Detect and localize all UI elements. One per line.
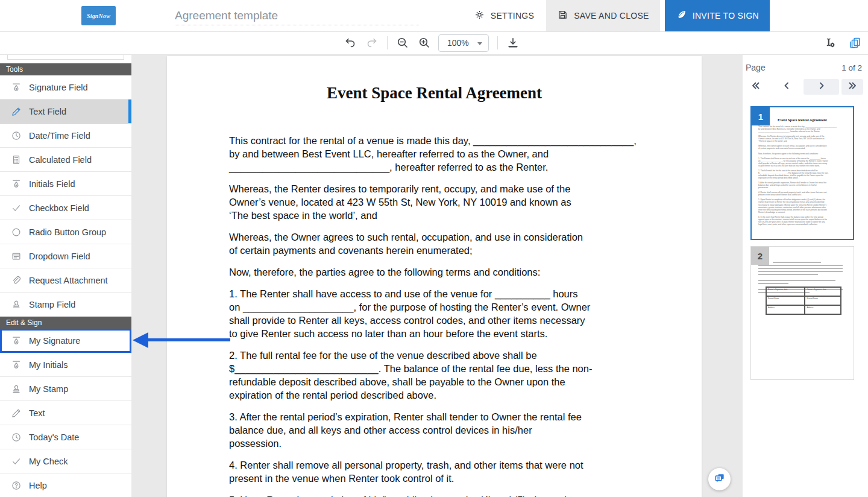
redo-button[interactable]: [364, 35, 380, 51]
sidebar-item-signature-field[interactable]: Signature Field: [0, 75, 131, 100]
thumbnail-1-text: This contract for the rental of a venue …: [758, 125, 846, 226]
sidebar-item-label: Initials Field: [29, 179, 75, 189]
duplicate-pages-button[interactable]: [848, 35, 863, 51]
sidebar-item-today-s-date[interactable]: Today's Date: [0, 425, 131, 449]
page-thumbnail-2[interactable]: 2 Renter’s Signature, dateOwner’s Signat…: [750, 246, 854, 380]
sidebar-item-date-time-field[interactable]: Date/Time Field: [0, 124, 131, 148]
signature-table-cell: Address: [766, 305, 805, 314]
sidebar-item-initials-field[interactable]: Initials Field: [0, 172, 131, 196]
page-label: Page: [746, 63, 766, 72]
sidebar-item-request-attachment[interactable]: Request Attachment: [0, 268, 131, 293]
save-and-close-button[interactable]: SAVE AND CLOSE: [546, 0, 660, 31]
last-page-button[interactable]: [841, 79, 863, 95]
chevron-left-icon: [782, 81, 791, 93]
template-title-input[interactable]: [175, 7, 419, 25]
edit-sign-section-label: Edit & Sign: [6, 318, 42, 327]
thumbnail-text-line: [758, 280, 835, 281]
save-and-close-label: SAVE AND CLOSE: [574, 11, 649, 21]
previous-page-button[interactable]: [779, 79, 794, 95]
document-paragraph: Now, therefore, the parties agree to the…: [229, 265, 651, 279]
page-navigation: [743, 79, 868, 95]
radio-icon: [11, 227, 22, 238]
thumbnail-2-signature-table: Renter’s Signature, dateOwner’s Signatur…: [766, 286, 841, 315]
sidebar-item-dropdown-field[interactable]: Dropdown Field: [0, 244, 131, 268]
thumbnail-text-line: [773, 262, 821, 263]
sidebar-item-calculated-field[interactable]: Calculated Field: [0, 148, 131, 172]
document-paragraph: 5. Upon Renter’s completion of his/her o…: [229, 493, 651, 497]
pencil-icon: [11, 106, 22, 117]
document-paragraph: 1. The Renter shall have access to and u…: [229, 287, 651, 340]
document-paragraph: 4. Renter shall remove all personal prop…: [229, 458, 651, 485]
help-icon: [11, 480, 22, 491]
sidebar-item-label: Signature Field: [29, 83, 88, 92]
sidebar-item-label: Today's Date: [29, 432, 79, 442]
zoom-out-button[interactable]: [395, 35, 410, 51]
logo-text: SignNow: [87, 13, 110, 19]
sidebar-item-label: My Initials: [29, 360, 68, 370]
check-icon: [11, 203, 22, 214]
thumbnail-text-line: [758, 271, 843, 272]
document-paragraph: 2. The full rental fee for the use of th…: [229, 349, 651, 402]
chevron-down-icon: [477, 42, 482, 45]
sidebar-item-label: Dropdown Field: [29, 252, 90, 261]
signature-table-cell: Address: [805, 305, 841, 314]
chevron-right-icon: [817, 81, 826, 93]
document-paragraph: Whereas, the Renter desires to temporari…: [229, 182, 651, 222]
double-chevron-right-icon: [848, 81, 857, 93]
zoom-level-value: 100%: [439, 38, 469, 48]
paperclip-icon: [11, 275, 22, 286]
sidebar-item-my-stamp[interactable]: My Stamp: [0, 377, 131, 401]
pen-nib-icon: [11, 335, 22, 346]
thumbnail-text-line: [758, 265, 843, 266]
clock-icon: [11, 130, 22, 141]
sidebar-item-label: Text Field: [29, 107, 66, 116]
sidebar-item-my-signature[interactable]: My Signature: [0, 329, 131, 353]
pen-nib-icon: [11, 359, 22, 370]
edit-sign-list: My SignatureMy InitialsMy StampTextToday…: [0, 329, 131, 497]
document-page-1[interactable]: Event Space Rental Agreement This contra…: [167, 56, 702, 497]
top-bar: SignNow SETTINGS SAVE AND CLOSE INVITE T…: [0, 0, 868, 32]
document-paragraph: 3. After the rental period’s expiration,…: [229, 410, 651, 450]
thumbnail-text-line: [758, 277, 846, 278]
tools-list: Signature FieldText FieldDate/Time Field…: [0, 75, 131, 317]
zoom-in-button[interactable]: [417, 35, 432, 51]
sidebar-item-stamp-field[interactable]: Stamp Field: [0, 293, 131, 317]
pencil-icon: [11, 408, 22, 419]
arrow-shaft: [147, 338, 230, 341]
pen-nib-icon: [11, 179, 22, 189]
undo-button[interactable]: [342, 35, 358, 51]
download-button[interactable]: [505, 35, 521, 51]
invite-to-sign-button[interactable]: INVITE TO SIGN: [665, 0, 770, 31]
edit-sign-section-header: Edit & Sign: [0, 317, 131, 329]
stamp-icon: [11, 299, 22, 310]
sidebar-item-help[interactable]: Help: [0, 473, 131, 497]
sidebar-item-my-initials[interactable]: My Initials: [0, 353, 131, 377]
page-1-badge: 1: [752, 107, 770, 125]
sidebar-item-label: Stamp Field: [29, 300, 75, 309]
page-thumbnail-1[interactable]: 1 Event Space Rental Agreement This cont…: [750, 106, 854, 240]
zoom-level-dropdown[interactable]: 100%: [438, 34, 489, 52]
sidebar-item-label: Date/Time Field: [29, 131, 90, 141]
settings-button[interactable]: SETTINGS: [463, 0, 545, 31]
sidebar-item-checkbox-field[interactable]: Checkbox Field: [0, 196, 131, 220]
signature-table-cell: Renter’s Signature, date: [766, 287, 805, 296]
help-chat-button[interactable]: [708, 468, 731, 490]
first-page-button[interactable]: [748, 79, 764, 95]
gear-icon: [474, 9, 485, 22]
sidebar-item-label: Text: [29, 408, 45, 418]
sidebar-item-my-check[interactable]: My Check: [0, 449, 131, 473]
signature-table-cell: Owner’s Signature, date: [805, 287, 841, 296]
sidebar-item-text-field[interactable]: Text Field: [0, 100, 131, 124]
sidebar-item-text[interactable]: Text: [0, 401, 131, 425]
signnow-logo[interactable]: SignNow: [81, 6, 116, 25]
document-paragraphs: This contract for the rental of a venue …: [229, 134, 651, 497]
document-canvas: Event Space Rental Agreement This contra…: [131, 54, 743, 497]
page-indicator: 1 of 2: [841, 63, 862, 72]
settings-label: SETTINGS: [491, 11, 534, 21]
dropdown-icon: [11, 251, 22, 262]
next-page-button[interactable]: [804, 79, 839, 95]
field-properties-button[interactable]: [822, 35, 838, 51]
sidebar-item-radio-button-group[interactable]: Radio Button Group: [0, 220, 131, 244]
thumbnail-text-line: [758, 268, 843, 269]
check-icon: [11, 456, 22, 467]
